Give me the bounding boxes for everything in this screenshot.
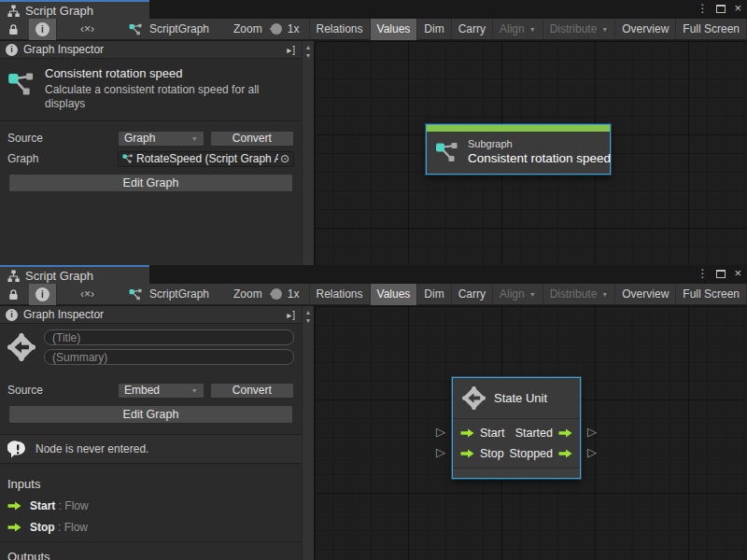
window-content: i Graph Inspector ▸] Consistent rotation… <box>0 41 747 265</box>
tab-bar: Script Graph ⋮ × <box>0 265 747 284</box>
dim-button[interactable]: Dim <box>417 19 451 40</box>
flow-arrow-icon <box>7 501 21 511</box>
inspector-scrollbar[interactable]: ▲ ▼ <box>302 41 314 265</box>
lock-button[interactable] <box>2 284 25 305</box>
edit-graph-button[interactable]: Edit Graph <box>8 174 293 192</box>
state-unit-icon <box>7 333 35 361</box>
graph-type-indicator: ScriptGraph <box>129 287 209 301</box>
graph-canvas[interactable]: State Unit Start Started <box>315 306 747 560</box>
scroll-down-icon[interactable]: ▼ <box>305 51 312 60</box>
toolbar-button-group: Relations Values Dim Carry Align▼ Distri… <box>309 19 747 40</box>
state-unit-title-block <box>0 324 302 371</box>
close-icon[interactable]: × <box>734 268 741 279</box>
graph-toolbar: i ‹×› ScriptGraph Zoom 1x Relations Valu… <box>0 284 747 305</box>
lock-button[interactable] <box>2 19 25 40</box>
external-port-triangle[interactable]: ▷ <box>587 426 597 438</box>
external-port-triangle[interactable]: ▷ <box>436 426 445 438</box>
dock-icon[interactable]: ▸] <box>287 45 296 55</box>
relations-button[interactable]: Relations <box>310 284 371 305</box>
title-input[interactable] <box>44 329 294 345</box>
values-button[interactable]: Values <box>371 19 418 40</box>
script-graph-window-bottom: Script Graph ⋮ × i ‹×› ScriptGraph Zoom <box>0 265 747 560</box>
overview-button[interactable]: Overview <box>615 284 676 305</box>
graph-inspector-panel: i Graph Inspector ▸] Consistent rotation… <box>0 41 315 265</box>
zoom-label: Zoom <box>233 22 262 35</box>
distribute-dropdown[interactable]: Distribute▼ <box>543 19 616 40</box>
graph-canvas[interactable]: Subgraph Consistent rotation speed <box>315 41 747 265</box>
tab-title: Script Graph <box>25 269 93 283</box>
values-button[interactable]: Values <box>371 284 418 305</box>
graph-object-field[interactable]: RotateSpeed (Script Graph A ⊙ <box>118 151 294 167</box>
input-port-start: Start : Flow <box>7 499 294 512</box>
graph-type-label: ScriptGraph <box>149 22 209 35</box>
overview-button[interactable]: Overview <box>615 19 676 40</box>
toolbar-button-group: Relations Values Dim Carry Align▼ Distri… <box>309 284 747 305</box>
outputs-section: Outputs <box>0 542 302 560</box>
inspector-toggle-button[interactable]: i <box>29 284 57 305</box>
object-picker-icon[interactable]: ⊙ <box>278 152 291 165</box>
zoom-slider[interactable] <box>270 293 279 295</box>
carry-button[interactable]: Carry <box>452 19 493 40</box>
state-unit-node-title: State Unit <box>494 391 547 405</box>
maximize-icon[interactable] <box>716 270 726 278</box>
subgraph-icon <box>7 70 35 98</box>
carry-button[interactable]: Carry <box>452 284 493 305</box>
distribute-dropdown[interactable]: Distribute▼ <box>543 284 616 305</box>
chevron-down-icon: ▼ <box>191 135 198 142</box>
scroll-down-icon[interactable]: ▼ <box>305 316 312 325</box>
source-row: Source Embed ▼ Convert <box>7 382 294 399</box>
dim-button[interactable]: Dim <box>417 284 451 305</box>
subgraph-node-accent-bar <box>427 125 610 132</box>
node-port-row: Start Started <box>460 423 572 443</box>
inspector-title: Graph Inspector <box>23 308 281 321</box>
input-port-start[interactable]: Start <box>460 427 504 440</box>
output-port-started[interactable]: Started <box>515 427 572 440</box>
graph-inspector-header: i Graph Inspector ▸] <box>0 41 302 59</box>
zoom-slider-handle[interactable] <box>271 23 282 35</box>
tab-script-graph[interactable]: Script Graph <box>0 265 149 284</box>
window-menu-icon[interactable]: ⋮ <box>697 268 708 279</box>
edit-graph-button[interactable]: Edit Graph <box>8 405 293 424</box>
output-port-stopped[interactable]: Stopped <box>509 447 572 460</box>
window-controls: ⋮ × <box>697 268 741 279</box>
external-port-triangle[interactable]: ▷ <box>436 446 445 458</box>
flow-arrow-icon <box>558 449 572 458</box>
code-view-button[interactable]: ‹×› <box>74 19 101 40</box>
zoom-slider[interactable] <box>270 28 279 30</box>
fullscreen-button[interactable]: Full Screen <box>676 284 747 305</box>
source-dropdown[interactable]: Embed ▼ <box>118 383 204 399</box>
close-icon[interactable]: × <box>734 3 741 14</box>
zoom-slider-handle[interactable] <box>271 288 282 300</box>
source-dropdown[interactable]: Graph ▼ <box>118 131 204 147</box>
align-dropdown[interactable]: Align▼ <box>493 284 543 305</box>
scroll-up-icon[interactable]: ▲ <box>305 43 312 51</box>
subgraph-node[interactable]: Subgraph Consistent rotation speed <box>426 124 611 175</box>
maximize-icon[interactable] <box>716 5 726 13</box>
window-menu-icon[interactable]: ⋮ <box>697 3 708 14</box>
code-icon: ‹×› <box>80 287 94 301</box>
external-port-triangle[interactable]: ▷ <box>587 446 597 458</box>
flow-arrow-icon <box>460 449 474 458</box>
relations-button[interactable]: Relations <box>310 19 371 40</box>
state-unit-node[interactable]: State Unit Start Started <box>452 377 581 479</box>
tab-script-graph[interactable]: Script Graph <box>0 0 149 19</box>
tab-title: Script Graph <box>25 4 93 18</box>
graph-toolbar: i ‹×› ScriptGraph Zoom 1x Relations Valu… <box>0 19 747 40</box>
inspector-scrollbar[interactable]: ▲ ▼ <box>302 306 314 560</box>
info-icon: i <box>6 309 18 321</box>
state-unit-icon <box>462 386 486 410</box>
code-view-button[interactable]: ‹×› <box>74 284 101 305</box>
inspector-toggle-button[interactable]: i <box>29 19 57 40</box>
align-dropdown[interactable]: Align▼ <box>493 19 543 40</box>
fullscreen-button[interactable]: Full Screen <box>676 19 747 40</box>
convert-button[interactable]: Convert <box>210 383 294 399</box>
unity-editor-stage: Script Graph ⋮ × i ‹×› ScriptGraph Zoom <box>0 0 747 560</box>
dock-icon[interactable]: ▸] <box>287 310 296 320</box>
convert-button[interactable]: Convert <box>210 131 294 147</box>
chevron-down-icon: ▼ <box>529 26 536 33</box>
script-graph-icon <box>129 22 143 36</box>
scroll-up-icon[interactable]: ▲ <box>305 308 312 316</box>
input-port-stop[interactable]: Stop <box>460 447 504 460</box>
chevron-down-icon: ▼ <box>529 291 536 298</box>
summary-input[interactable] <box>44 349 294 365</box>
